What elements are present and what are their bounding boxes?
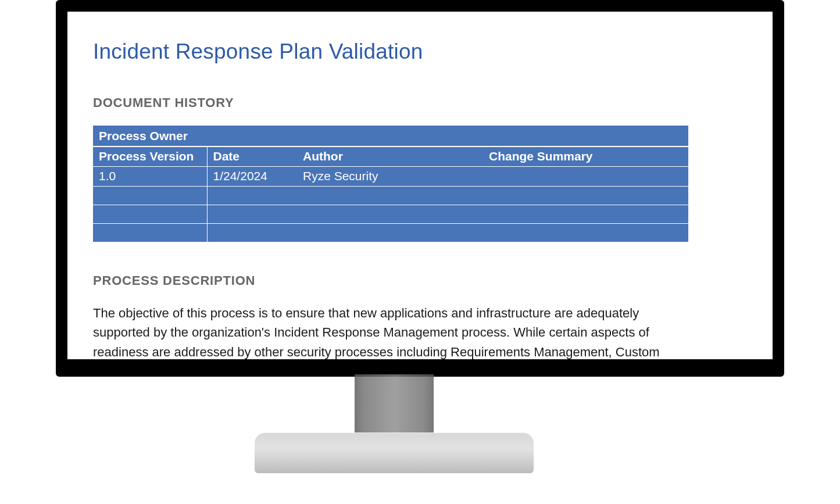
header-author: Author [297,146,483,166]
monitor-base [255,432,534,473]
monitor-screen: Incident Response Plan Validation DOCUME… [67,12,773,359]
cell-change-summary [483,166,688,186]
header-version: Process Version [93,146,207,166]
table-row: 1.0 1/24/2024 Ryze Security [93,166,688,186]
document-history-heading: DOCUMENT HISTORY [93,95,747,110]
table-row-empty [93,186,688,205]
table-row-empty [93,223,688,242]
cell-author: Ryze Security [297,166,483,186]
table-header-row: Process Version Date Author Change Summa… [93,146,688,166]
document-title: Incident Response Plan Validation [93,40,747,64]
table-owner-row: Process Owner [93,126,688,146]
monitor-bezel: Incident Response Plan Validation DOCUME… [56,0,784,377]
process-description-heading: PROCESS DESCRIPTION [93,273,747,288]
process-description-body: The objective of this process is to ensu… [93,303,669,359]
process-owner-label: Process Owner [93,126,688,146]
header-date: Date [207,146,297,166]
cell-date: 1/24/2024 [207,166,297,186]
table-row-empty [93,205,688,223]
monitor-neck [355,377,434,435]
document-history-table: Process Owner Process Version Date Autho… [93,126,688,242]
cell-version: 1.0 [93,166,207,186]
header-change-summary: Change Summary [483,146,688,166]
